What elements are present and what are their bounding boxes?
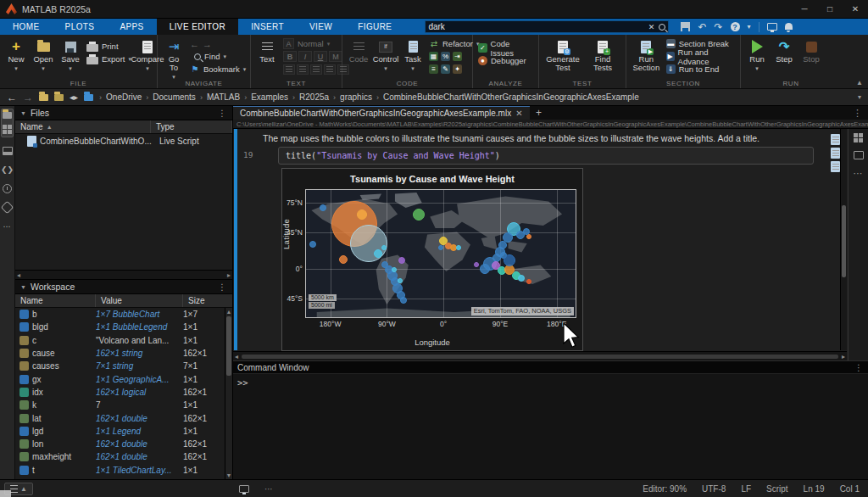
new-tab-button[interactable]: + [530,106,548,120]
editor-tab[interactable]: CombineBubbleChartWithOtherGraphicsInGeo… [233,106,530,120]
collapse-files-icon[interactable]: ▼ [20,110,26,116]
code-button[interactable]: Code [346,37,371,65]
workspace-row-b[interactable]: b1×7 BubbleChart1×7 [15,308,225,321]
breadcrumb-caret-icon[interactable]: ▾ [858,93,861,101]
geographic-axes[interactable]: 5000 km 5000 mi Esri, TomTom, FAO, NOAA,… [305,189,576,318]
code-line[interactable]: title("Tsunamis by Cause and Wave Height… [278,147,814,165]
maximize-button[interactable]: □ [817,0,843,18]
step-button[interactable]: ↷Step [771,37,797,65]
status-item[interactable]: UTF-8 [702,484,726,494]
code-tool-icon[interactable]: ✎ [441,64,450,74]
editor-panel-icon[interactable]: ❮❯ [3,165,13,175]
workspace-row-blgd[interactable]: blgd1×1 BubbleLegend1×1 [15,321,225,333]
undo-icon[interactable]: ↶ [698,21,706,33]
workspace-row-k[interactable]: k71×1 [15,399,225,411]
run-button[interactable]: Run▾ [744,37,770,75]
breadcrumb-item[interactable]: MATLAB [207,92,240,102]
files-hscrollbar[interactable]: ◂▸ [15,270,232,279]
desktop-icon[interactable] [767,23,777,31]
export-button[interactable]: Export▾ [85,53,133,64]
ribbon-tab-view[interactable]: VIEW [297,19,345,35]
code-tool-icon[interactable]: ✦ [453,64,462,74]
workspace-row-c[interactable]: c"Volcano and Lan...1×1 [15,334,225,347]
folder-up-icon[interactable] [54,94,64,101]
layout-grid-icon[interactable] [854,133,863,142]
workspace-col-value[interactable]: Value [96,294,183,307]
ribbon-tab-apps[interactable]: APPS [107,19,156,35]
editor-body[interactable]: 19 The map uses the bubble colors to ill… [233,129,868,360]
collapse-ribbon-icon[interactable]: ▲ [856,79,863,87]
search-input[interactable] [428,22,644,31]
help-caret-icon[interactable]: ▾ [748,23,751,31]
output-doc-icon[interactable] [831,161,840,172]
workspace-row-lat[interactable]: lat162×1 double162×1 [15,411,225,424]
workspace-panel-icon[interactable] [3,125,12,134]
code-issues-button[interactable]: ✓Code Issues [476,42,535,53]
drive-icon[interactable] [84,94,93,101]
numbered-list-icon[interactable] [297,64,309,75]
control-button[interactable]: ifControl▾ [373,37,398,75]
help-icon[interactable]: ? [731,22,740,31]
command-window-menu-icon[interactable]: ⋮ [854,363,864,372]
editor-hscrollbar[interactable]: ◂▸ [233,351,847,360]
ribbon-tab-figure[interactable]: FIGURE [345,19,404,35]
redo-icon[interactable]: ↷ [714,21,722,33]
run-section-button[interactable]: ▶Run Section [630,37,663,74]
file-row[interactable]: CombineBubbleChartWithO... Live Script [15,134,232,148]
status-item[interactable]: LF [741,484,751,494]
ribbon-tab-live-editor[interactable]: LIVE EDITOR [157,19,238,35]
back-forward-buttons[interactable]: ←→ [188,38,248,49]
workspace-row-maxheight[interactable]: maxheight162×1 double162×1 [15,450,225,463]
documentation-search[interactable]: ✕ [425,20,669,33]
find-tests-button[interactable]: +Find Tests [585,37,620,74]
more-tools-icon[interactable]: ⋯ [854,168,864,179]
task-button[interactable]: Task▾ [400,37,426,75]
workspace-row-causes[interactable]: causes7×1 string7×1 [15,360,225,372]
workspace-menu-icon[interactable]: ⋮ [218,282,228,292]
collapse-workspace-icon[interactable]: ▼ [20,284,26,290]
debugger-button[interactable]: ●Debugger [476,55,535,66]
bookmark-button[interactable]: ⚑Bookmark▾ [188,64,248,75]
browse-icon[interactable]: ◂▸ [70,92,78,102]
workspace-row-cause[interactable]: cause162×1 string162×1 [15,347,225,360]
history-panel-icon[interactable] [3,184,12,193]
output-doc-icon[interactable] [831,134,840,145]
command-prompt[interactable]: >> [233,374,868,391]
compare-button[interactable]: Compare▾ [135,37,160,75]
workspace-row-idx[interactable]: idx162×1 logical162×1 [15,386,225,399]
files-panel-icon[interactable] [3,112,12,119]
save-button[interactable]: Save▾ [58,37,83,75]
status-more-icon[interactable]: ⋯ [264,484,275,494]
find-button[interactable]: Find▾ [188,51,248,62]
align-center-icon[interactable] [324,64,336,75]
code-tool-icon[interactable]: ▦ [429,52,438,61]
save-icon[interactable] [681,22,690,31]
status-item[interactable]: Editor: 90% [643,484,687,494]
workspace-row-t[interactable]: t1×1 TiledChartLay...1×1 [15,464,225,477]
bullet-list-icon[interactable] [283,64,295,75]
new-folder-icon[interactable] [39,94,48,101]
run-to-end-button[interactable]: ⇓Run to End [665,64,737,75]
search-icon[interactable] [659,24,665,31]
close-tab-icon[interactable]: ✕ [515,109,522,118]
ribbon-tab-plots[interactable]: PLOTS [53,19,108,35]
workspace-vscrollbar[interactable]: ▲ ▼ [225,308,232,479]
ribbon-tab-insert[interactable]: INSERT [238,19,297,35]
close-button[interactable]: ✕ [843,0,868,18]
breadcrumb-item[interactable]: OneDrive [106,92,142,102]
generate-test-button[interactable]: ⚙Generate Test [542,37,583,74]
command-window-panel-icon[interactable] [3,147,13,155]
code-tool-icon[interactable]: % [441,52,450,61]
notifications-bell-icon[interactable] [785,23,793,30]
forward-icon[interactable]: → [23,92,33,103]
text-button[interactable]: Text [254,37,280,65]
italic-button[interactable]: I [298,51,312,62]
monospace-button[interactable]: M [329,51,342,62]
workspace-col-size[interactable]: Size [183,294,232,307]
new-button[interactable]: +New▾ [3,37,29,75]
breadcrumb-item[interactable]: graphics [340,92,372,102]
workspace-row-lgd[interactable]: lgd1×1 Legend1×1 [15,425,225,438]
run-and-advance-button[interactable]: ▶Run and Advance [665,51,737,62]
editor-vscrollbar[interactable] [840,129,847,350]
breadcrumb-item[interactable]: Examples [251,92,288,102]
